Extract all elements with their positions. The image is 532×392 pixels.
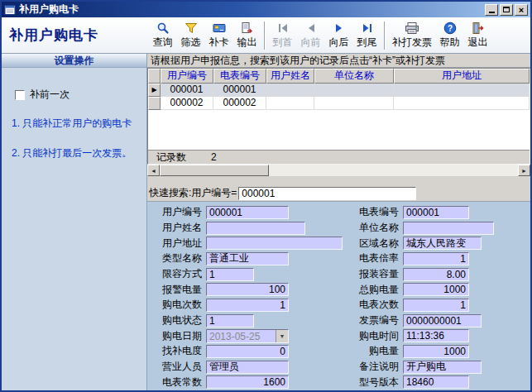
first-record-icon — [276, 22, 290, 35]
cell-user-name[interactable] — [266, 97, 314, 110]
app-window: 补用户购电卡 × 补用户购电卡 查询 筛选 补卡 输出 — [0, 0, 532, 392]
cell-unit-name[interactable] — [314, 97, 394, 110]
purchase-time-input[interactable] — [403, 329, 469, 342]
previous-record-button[interactable]: 向前 — [297, 19, 324, 51]
last-record-button[interactable]: 到尾 — [353, 19, 381, 51]
user-address-input[interactable] — [206, 237, 343, 250]
region-name-input[interactable] — [403, 237, 482, 250]
table-row[interactable]: ▶ 000001 000001 — [148, 84, 530, 97]
quick-search-input[interactable] — [238, 187, 416, 200]
meter-id-input[interactable] — [403, 206, 469, 219]
cell-meter-id[interactable]: 000002 — [213, 97, 266, 110]
maximize-button[interactable] — [500, 4, 513, 16]
toolbar-separator — [384, 22, 386, 50]
cell-user-name[interactable] — [266, 84, 314, 97]
card-icon — [212, 22, 227, 35]
remarks-input[interactable] — [403, 361, 482, 374]
unit-name-label: 单位名称 — [349, 221, 399, 235]
horizontal-scrollbar[interactable]: ◄ ► — [147, 165, 530, 176]
cell-unit-name[interactable] — [314, 84, 394, 97]
scrollbar-thumb[interactable] — [160, 165, 269, 176]
installed-capacity-label: 报装容量 — [349, 267, 399, 281]
close-icon: × — [519, 6, 524, 14]
purchase-power-label: 购电量 — [349, 344, 399, 358]
record-count-value: 2 — [211, 151, 217, 163]
invoice-number-label: 发票编号 — [349, 313, 399, 327]
reissue-card-button[interactable]: 补卡 — [205, 19, 232, 51]
minimize-button[interactable] — [485, 4, 498, 16]
alarm-power-label: 报警电量 — [152, 283, 202, 297]
export-button[interactable]: 输出 — [233, 19, 261, 51]
row-indicator-cell — [148, 97, 161, 110]
next-record-icon — [332, 22, 347, 35]
user-address-label: 用户地址 — [152, 237, 202, 251]
exit-button[interactable]: 退出 — [464, 19, 491, 51]
purchase-status-label: 购电状态 — [152, 313, 202, 327]
unit-name-input[interactable] — [403, 222, 494, 235]
purchase-date-label: 购电日期 — [152, 329, 202, 343]
type-name-input[interactable] — [206, 252, 289, 265]
user-id-input[interactable] — [206, 206, 289, 219]
column-header-user-address[interactable]: 用户地址 — [394, 69, 530, 84]
cell-user-id[interactable]: 000001 — [161, 84, 213, 97]
last-record-button-label: 到尾 — [357, 36, 377, 50]
reprint-invoice-button[interactable]: 补打发票 — [389, 19, 435, 51]
meter-constant-input[interactable] — [206, 375, 289, 389]
pre-once-checkbox-label: 补前一次 — [30, 88, 69, 102]
invoice-number-input[interactable] — [403, 314, 482, 327]
purchase-date-select[interactable]: 2013-05-25 ▼ — [206, 329, 289, 343]
pre-once-checkbox-row[interactable]: 补前一次 — [15, 88, 146, 102]
records-grid: 用户编号 电表编号 用户姓名 单位名称 用户地址 ▶ 000001 000001 — [147, 68, 530, 165]
close-button[interactable]: × — [515, 4, 528, 16]
record-count-bar: 记录数 2 — [148, 150, 530, 164]
purchase-time-label: 购电时间 — [349, 329, 399, 343]
model-version-input[interactable] — [403, 375, 469, 389]
grid-header-row: 用户编号 电表编号 用户姓名 单位名称 用户地址 — [148, 69, 530, 84]
user-name-input[interactable] — [206, 222, 305, 235]
operator-input[interactable] — [206, 361, 289, 374]
previous-record-icon — [304, 22, 319, 35]
meter-id-label: 电表编号 — [349, 205, 399, 219]
column-header-unit-name[interactable]: 单位名称 — [314, 69, 394, 84]
scroll-right-button[interactable]: ► — [518, 165, 530, 176]
current-row-marker-icon: ▶ — [151, 87, 156, 93]
next-record-button[interactable]: 向后 — [325, 19, 352, 51]
purchase-count-input[interactable] — [206, 299, 289, 312]
export-icon — [240, 22, 255, 35]
purchase-power-input[interactable] — [403, 345, 469, 358]
window-body: 设置操作 补前一次 1. 只能补正常用户的购电卡 2. 只能补打最后一次发票。 … — [2, 54, 530, 390]
column-header-user-name[interactable]: 用户姓名 — [266, 69, 314, 84]
cell-user-address[interactable] — [394, 84, 530, 97]
capacity-limit-input[interactable] — [206, 268, 254, 281]
first-record-button[interactable]: 到首 — [269, 19, 296, 51]
scroll-right-icon: ► — [521, 168, 527, 174]
detail-form: 用户编号 用户姓名 用户地址 类型名称 限容方式 报警电量 购电次数 购电状态 … — [147, 202, 530, 390]
cell-meter-id[interactable]: 000001 — [213, 84, 266, 97]
adjustment-power-input[interactable] — [206, 345, 289, 358]
purchase-status-input[interactable] — [206, 314, 254, 327]
chevron-down-icon[interactable]: ▼ — [276, 330, 288, 342]
scroll-left-button[interactable]: ◄ — [147, 165, 160, 176]
filter-button[interactable]: 筛选 — [177, 19, 204, 51]
query-button[interactable]: 查询 — [149, 19, 176, 51]
cell-user-id[interactable]: 000002 — [161, 97, 213, 110]
row-indicator-cell: ▶ — [148, 84, 161, 97]
total-power-input[interactable] — [403, 283, 469, 296]
next-record-button-label: 向后 — [329, 36, 349, 50]
checkbox-icon[interactable] — [15, 90, 25, 100]
table-row[interactable]: 000002 000002 — [148, 97, 530, 110]
help-button[interactable]: ? 帮助 — [436, 19, 463, 51]
grid-empty-area — [148, 110, 530, 150]
filter-button-label: 筛选 — [181, 36, 201, 50]
scroll-left-icon: ◄ — [151, 168, 156, 174]
search-icon — [156, 22, 170, 35]
meter-ratio-input[interactable] — [403, 252, 469, 265]
installed-capacity-input[interactable] — [403, 268, 469, 281]
column-header-meter-id[interactable]: 电表编号 — [213, 69, 266, 84]
meter-count-input[interactable] — [403, 299, 469, 312]
cell-user-address[interactable] — [394, 97, 530, 110]
alarm-power-input[interactable] — [206, 283, 289, 296]
column-header-user-id[interactable]: 用户编号 — [161, 69, 213, 84]
region-name-label: 区域名称 — [349, 237, 399, 251]
scrollbar-track[interactable] — [269, 165, 518, 176]
